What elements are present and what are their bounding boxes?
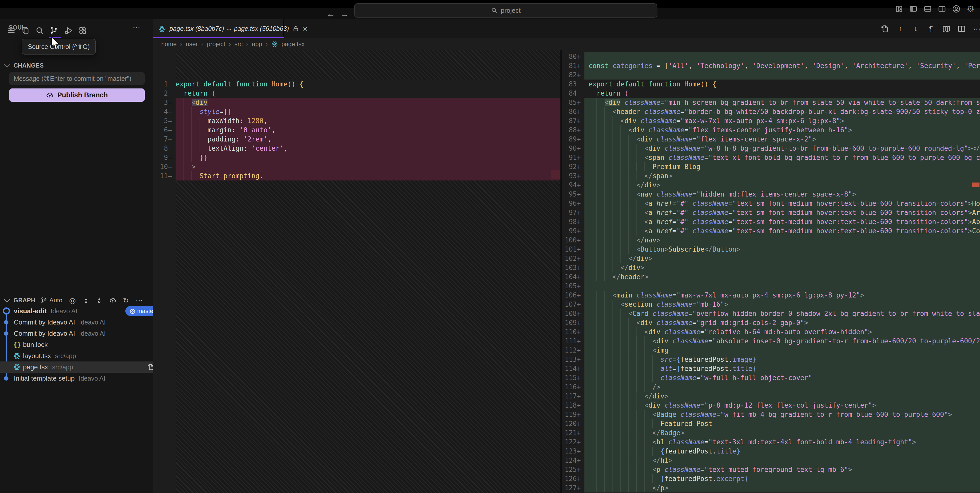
code-line[interactable]: 80+ <box>562 52 980 61</box>
go-to-file-icon[interactable] <box>880 24 890 33</box>
code-line[interactable]: 93+ </span> <box>562 171 980 181</box>
code-line[interactable]: 87+ <div className="max-w-7xl mx-auto px… <box>562 116 980 125</box>
code-line[interactable]: 96+ <a href="#" className="text-sm font-… <box>562 199 980 208</box>
code-line[interactable]: 121+ </Badge> <box>562 428 980 438</box>
settings-icon[interactable]: ⚙ <box>966 5 975 13</box>
code-line[interactable]: 11– Start prompting. <box>153 171 560 181</box>
breadcrumb-item[interactable]: app <box>252 41 262 48</box>
code-line[interactable]: 99+ <a href="#" className="text-sm font-… <box>562 227 980 236</box>
code-line[interactable]: 126+ {featuredPost.excerpt} <box>562 474 980 483</box>
code-line[interactable]: 88+ <div className="flex items-center ju… <box>562 125 980 135</box>
more-actions-icon[interactable]: ⋯ <box>972 24 980 33</box>
code-line[interactable]: 82+ <box>562 70 980 79</box>
code-line[interactable]: 124+ </h1> <box>562 456 980 465</box>
code-line[interactable]: 117+ </div> <box>562 392 980 401</box>
previous-change-icon[interactable]: ↑ <box>896 24 905 33</box>
code-line[interactable]: 92+ Premium Blog <box>562 162 980 171</box>
target-icon[interactable]: ◎ <box>69 296 76 305</box>
code-line[interactable]: 86+ <header className="border-b bg-white… <box>562 107 980 116</box>
account-icon[interactable] <box>952 5 961 13</box>
code-line[interactable]: 116+ /> <box>562 382 980 392</box>
tab-page-tsx-diff[interactable]: page.tsx (8ba0b7c) ↔ page.tsx (5610b63) … <box>153 19 284 38</box>
run-debug-icon[interactable] <box>64 26 73 35</box>
next-change-icon[interactable]: ↓ <box>911 24 920 33</box>
branch-auto-icon[interactable]: Auto <box>41 297 62 304</box>
breadcrumb-item[interactable]: src <box>234 41 243 48</box>
code-line[interactable]: 122+ <h1 className="text-3xl md:text-4xl… <box>562 438 980 447</box>
code-line[interactable]: 102+ </div> <box>562 254 980 263</box>
toggle-primary-sidebar-icon[interactable] <box>909 5 918 13</box>
code-line[interactable]: 106+ <main className="max-w-7xl mx-auto … <box>562 291 980 300</box>
code-line[interactable]: 111+ <div className="absolute inset-0 bg… <box>562 336 980 346</box>
graph-section-header[interactable]: GRAPH Auto ◎ ↻ ⋯ <box>4 295 150 305</box>
code-line[interactable]: 90+ <div className="w-8 h-8 bg-gradient-… <box>562 144 980 153</box>
code-line[interactable]: 9– }} <box>153 153 560 162</box>
breadcrumb-item[interactable]: home <box>161 41 177 48</box>
nav-forward-icon[interactable]: → <box>339 9 350 19</box>
code-line[interactable]: 120+ Featured Post <box>562 419 980 428</box>
scm-more-actions-icon[interactable]: ⋯ <box>133 22 140 33</box>
code-line[interactable]: 2 return ( <box>153 89 560 98</box>
source-control-icon[interactable] <box>49 26 59 35</box>
code-line[interactable]: 125+ <p className="text-muted-foreground… <box>562 465 980 474</box>
breadcrumb-item[interactable]: project <box>207 41 225 48</box>
graph-commit-row[interactable]: Commit by Ideavo AIIdeavo AI <box>0 317 167 328</box>
code-line[interactable]: 107+ <section className="mb-16"> <box>562 300 980 309</box>
breadcrumb-item[interactable]: user <box>186 41 198 48</box>
code-line[interactable]: 97+ <a href="#" className="text-sm font-… <box>562 208 980 217</box>
code-line[interactable]: 101+ <Button>Subscribe</Button> <box>562 245 980 254</box>
code-line[interactable]: 115+ className="w-full h-full object-cov… <box>562 373 980 382</box>
code-line[interactable]: 7– padding: '2rem', <box>153 135 560 144</box>
code-line[interactable]: 114+ alt={featuredPost.title} <box>562 364 980 373</box>
code-line[interactable]: 118+ <div className="p-8 md:p-12 flex fl… <box>562 401 980 410</box>
search-icon[interactable] <box>35 26 45 35</box>
close-icon[interactable]: × <box>303 25 307 33</box>
code-line[interactable]: 100+ </nav> <box>562 236 980 245</box>
code-line[interactable]: 112+ <img <box>562 346 980 355</box>
toggle-secondary-sidebar-icon[interactable] <box>938 5 946 13</box>
code-line[interactable]: 103+ </div> <box>562 263 980 272</box>
diff-modified-pane[interactable]: 80+81+const categories = ['All', 'Techno… <box>562 50 980 493</box>
graph-more-icon[interactable]: ⋯ <box>136 296 143 304</box>
code-line[interactable]: 3– <div <box>153 98 560 107</box>
whitespace-icon[interactable]: ¶ <box>926 24 935 33</box>
code-line[interactable]: 91+ <span className="text-xl font-bold b… <box>562 153 980 162</box>
graph-commit-row[interactable]: Commit by Ideavo AIIdeavo AI <box>0 328 167 339</box>
push-cloud-icon[interactable] <box>109 297 116 304</box>
graph-commit-row[interactable]: Initial template setupIdeavo AI <box>0 373 167 384</box>
code-line[interactable]: 98+ <a href="#" className="text-sm font-… <box>562 217 980 227</box>
code-line[interactable]: 113+ src={featuredPost.image} <box>562 355 980 364</box>
code-line[interactable]: 5– maxWidth: 1280, <box>153 116 560 125</box>
code-line[interactable]: 6– margin: '0 auto', <box>153 125 560 135</box>
code-line[interactable]: 105+ <box>562 281 980 291</box>
breadcrumb[interactable]: home›user›project›src›app›page.tsx <box>153 38 980 50</box>
graph-file-row[interactable]: layout.tsxsrc/appM <box>0 350 176 361</box>
publish-branch-button[interactable]: Publish Branch <box>9 89 145 102</box>
nav-back-icon[interactable]: ← <box>326 9 336 19</box>
code-line[interactable]: 84 return ( <box>562 89 980 98</box>
code-line[interactable]: 89+ <div className="flex items-center sp… <box>562 135 980 144</box>
breadcrumb-file[interactable]: page.tsx <box>282 41 305 48</box>
pull-icon[interactable] <box>96 297 103 304</box>
refresh-icon[interactable]: ↻ <box>123 296 129 304</box>
customize-layout-icon[interactable] <box>895 5 904 13</box>
code-line[interactable]: 95+ <nav className="hidden md:flex items… <box>562 190 980 199</box>
graph-file-row[interactable]: {}bun.lockM <box>0 339 176 350</box>
map-icon[interactable] <box>942 24 951 33</box>
graph-file-row[interactable]: page.tsxsrc/appM <box>0 361 176 373</box>
diff-original-pane[interactable]: 1export default function Home() {2 retur… <box>153 50 560 493</box>
code-line[interactable]: 104+ </header> <box>562 272 980 281</box>
code-line[interactable]: 8– textAlign: 'center', <box>153 144 560 153</box>
code-line[interactable]: 109+ <div className="grid md:grid-cols-2… <box>562 318 980 327</box>
graph-commit-row[interactable]: visual-editIdeavo AI◎master <box>0 305 167 317</box>
commit-message-input[interactable]: Message (⌘Enter to commit on "master") <box>9 72 145 85</box>
code-line[interactable]: 123+ {featuredPost.title} <box>562 447 980 456</box>
extensions-icon[interactable] <box>78 26 87 35</box>
code-line[interactable]: 127+ </p> <box>562 483 980 493</box>
code-line[interactable]: 10– > <box>153 162 560 171</box>
code-line[interactable]: 94+ </div> <box>562 181 980 190</box>
toggle-panel-icon[interactable] <box>923 5 932 13</box>
changes-section-header[interactable]: CHANGES <box>4 61 147 70</box>
code-line[interactable]: 108+ <Card className="overflow-hidden bo… <box>562 309 980 318</box>
code-line[interactable]: 1export default function Home() { <box>153 79 560 89</box>
